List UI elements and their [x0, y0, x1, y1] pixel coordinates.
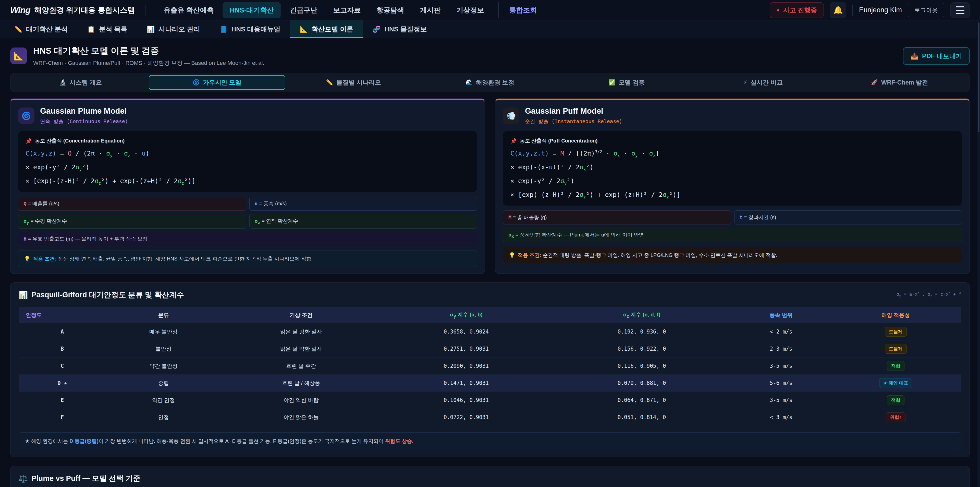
section-tab[interactable]: 🔬시스템 개요 [12, 75, 149, 90]
formula-segment: ²) [566, 177, 574, 185]
model-cards-row: 🌀 Gaussian Plume Model 연속 방출 (Continuous… [10, 99, 970, 274]
topnav-item[interactable]: 보고자료 [326, 2, 368, 18]
formula-segment: × [exp(-(z-H)² / 2 [25, 177, 95, 185]
param-symbol: u [255, 200, 258, 207]
bar-chart-icon: 📊 [19, 291, 28, 299]
topnav-item[interactable]: 긴급구난 [283, 2, 324, 18]
section-tab-icon: ✏️ [326, 79, 333, 86]
plume-application-note: 💡적용 조건: 정상 상태 연속 배출, 균일 풍속, 평탄 지형. 해양 HN… [18, 251, 477, 267]
brand: Wing 해양환경 위기대응 통합시스템 [10, 5, 135, 15]
formula-segment: z [128, 153, 130, 158]
incident-label: 사고 진행중 [783, 6, 817, 14]
formula-line: × exp(-y² / 2σy²) [25, 163, 469, 172]
formula-segment: z [584, 195, 586, 200]
module-tab-icon: 📋 [87, 26, 95, 33]
plume-formula-block: 📌 농도 산출식 (Concentration Equation) C(x,y,… [18, 131, 477, 192]
param-desc: = 배출률 (g/s) [27, 201, 59, 206]
formula-segment: ²) [586, 163, 593, 171]
section-tab[interactable]: ✏️물질별 시나리오 [285, 75, 422, 90]
formula-segment: σ [178, 177, 181, 185]
param-box: M = 총 배출량 (g) [503, 211, 731, 225]
module-tab[interactable]: 📘HNS 대응매뉴얼 [210, 21, 290, 38]
app-title: 해양환경 위기대응 통합시스템 [35, 5, 135, 15]
plume-card-subtitle: 연속 방출 (Continuous Release) [40, 118, 128, 125]
formula-line: C(x,y,z) = Q / (2π · σy · σz · u) [25, 150, 469, 158]
page-subtitle: WRF-Chem · Gaussian Plume/Puff · ROMS · … [33, 59, 264, 67]
sigma-y-cell: 0.1471, 0.9031 [381, 375, 551, 392]
applicability-cell: 적합 [830, 358, 961, 375]
formula-segment: · [620, 150, 632, 157]
note-text: 정상 상태 연속 배출, 균일 풍속, 평탄 지형. 해양 HNS 사고에서 탱… [58, 256, 313, 262]
page-header: 📐 HNS 대기확산 모델 이론 및 검증 WRF-Chem · Gaussia… [0, 38, 980, 72]
param-desc: = 경과시간 (s) [743, 214, 776, 220]
module-tab[interactable]: ✏️대기확산 분석 [5, 21, 77, 38]
param-desc: = 풍하방향 확산계수 — Plume에서는 u에 의해 이미 반영 [514, 232, 644, 238]
class-cell: 불안정 [106, 340, 221, 358]
page-scrollbar[interactable] [977, 21, 980, 487]
notifications-button[interactable]: 🔔 [830, 2, 846, 18]
formula-segment: y [564, 181, 566, 186]
sigma-y-cell: 0.2090, 0.9031 [381, 358, 551, 375]
topnav-item[interactable]: HNS·대기확산 [223, 2, 281, 18]
module-tab[interactable]: 📊시나리오 관리 [137, 21, 210, 38]
topnav-item[interactable]: 통합조회 [498, 2, 544, 18]
gaussian-puff-card: 💨 Gaussian Puff Model 순간 방출 (Instantaneo… [495, 99, 970, 274]
formula-segment: σ [124, 150, 128, 157]
section-tab-label: 물질별 시나리오 [336, 78, 381, 86]
module-tab[interactable]: 🧬HNS 물질정보 [363, 21, 436, 38]
pdf-export-label: PDF 내보내기 [922, 52, 962, 60]
module-tab-icon: 📘 [220, 26, 228, 33]
section-tab[interactable]: 🚀WRF-Chem 발전 [831, 75, 968, 90]
puff-formula-lines: C(x,y,z,t) = M / [(2π)3/2 · σx · σy · σz… [511, 150, 955, 200]
formula-segment: z [930, 294, 932, 298]
applicability-badge: 적합 [887, 395, 904, 405]
module-tab-label: 분석 목록 [99, 25, 127, 34]
formula-segment: , σ [919, 291, 930, 297]
formula-segment: y [635, 153, 638, 158]
formula-segment: σ [579, 163, 584, 171]
topnav-item[interactable]: 항공탐색 [369, 2, 411, 18]
topnav-item[interactable]: 기상정보 [449, 2, 491, 18]
module-tab[interactable]: 📋분석 목록 [77, 21, 137, 38]
top-navigation-bar: Wing 해양환경 위기대응 통합시스템 유출유 확산예측HNS·대기확산긴급구… [0, 0, 980, 21]
formula-segment: 기상 조건 [290, 312, 313, 318]
formula-segment: z [181, 181, 184, 186]
formula-segment: 계수 (a, b) [456, 311, 483, 318]
pdf-export-button[interactable]: 📤 PDF 내보내기 [903, 47, 970, 65]
weather-cell: 흐린 날 주간 [221, 358, 381, 375]
scrollbar-thumb[interactable] [978, 22, 980, 132]
section-tab[interactable]: ✅모델 검증 [558, 75, 695, 90]
section-tab[interactable]: 🌀가우시안 모델 [149, 75, 285, 90]
formula-segment: 3/2 [595, 150, 602, 154]
module-tab[interactable]: 📐확산모델 이론 [290, 21, 363, 38]
export-icon: 📤 [911, 52, 918, 60]
wind-range-cell: 3-5 m/s [732, 392, 830, 409]
logout-button[interactable]: 로그아웃 [908, 3, 944, 18]
formula-line: C(x,y,z,t) = M / [(2π)3/2 · σx · σy · σz… [511, 150, 955, 158]
section-tab[interactable]: 🌊해양환경 보정 [422, 75, 558, 90]
column-header: 풍속 범위 [732, 307, 830, 323]
class-cell: 약간 안정 [106, 392, 221, 409]
formula-segment: t)² / 2 [553, 163, 579, 171]
plume-formula-title: 📌 농도 산출식 (Concentration Equation) [25, 137, 469, 144]
module-tab-icon: ✏️ [14, 26, 22, 33]
wing-logo: Wing [10, 5, 30, 15]
param-symbol: σz [255, 218, 260, 224]
param-desc: = 풍속 (m/s) [258, 201, 287, 206]
selection-title-text: Plume vs Puff — 모델 선택 기준 [32, 473, 140, 484]
puff-parameters: M = 총 배출량 (g)t = 경과시간 (s)σx = 풍하방향 확산계수 … [503, 211, 962, 242]
class-cell: 약간 불안정 [106, 358, 221, 375]
dash-cloud-icon: 💨 [503, 107, 519, 124]
status-dot-icon: ● [776, 7, 780, 13]
formula-segment: y [453, 314, 456, 319]
section-tab[interactable]: ⚡실시간 비교 [695, 75, 831, 90]
formula-segment: C(x,y,z) [25, 150, 56, 157]
topnav-item[interactable]: 게시판 [413, 2, 447, 18]
hamburger-menu-button[interactable] [950, 2, 970, 18]
column-header: 안정도 [19, 307, 106, 323]
section-tab-label: 해양환경 보정 [476, 78, 514, 86]
header-row: 안정도분류기상 조건σy 계수 (a, b)σz 계수 (c, d, f)풍속 … [19, 307, 961, 323]
topnav-item[interactable]: 유출유 확산예측 [157, 2, 221, 18]
module-tab-icon: 🧬 [372, 26, 380, 33]
applicability-cell: 적합 [830, 392, 961, 409]
